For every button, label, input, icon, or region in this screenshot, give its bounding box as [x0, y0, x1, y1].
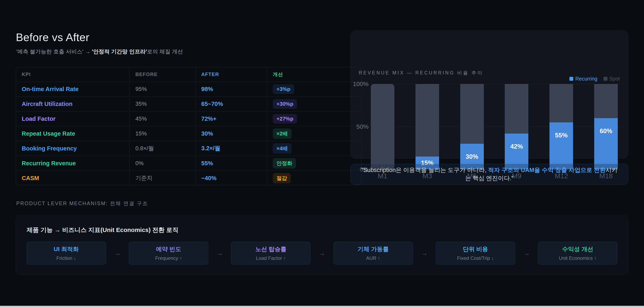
- subtitle-prefix: '예측 불가능한 호출 서비스' →: [16, 48, 92, 55]
- bar-spot-segment: [550, 84, 573, 122]
- mechanism-step: 예약 빈도Frequency ↑: [129, 242, 208, 264]
- bar-group: 55%: [539, 84, 584, 169]
- table-row-before-cell: 기준치: [130, 170, 195, 185]
- table-row-before-cell: 45%: [130, 111, 195, 126]
- quote-text: "Subscription은 이용객을 늘리는 도구가 아니라, 적자 구조의 …: [359, 166, 620, 182]
- mechanism-title: 제품 기능 → 비즈니스 지표(Unit Economics) 전환 로직: [27, 226, 178, 234]
- chart-legend: Recurring Spot: [570, 76, 620, 82]
- kpi-name: Recurring Revenue: [22, 160, 76, 167]
- table-row-before-cell: 0%: [130, 156, 195, 170]
- table-row-kpi-cell: CASM: [16, 170, 130, 185]
- legend-label-recurring: Recurring: [575, 76, 597, 82]
- bar-group: 42%: [494, 84, 539, 169]
- chart-title: REVENUE MIX — RECURRING 비율 추이: [359, 70, 483, 76]
- subtitle-strong: '안정적 기간망 인프라': [92, 48, 147, 55]
- page-subtitle: '예측 불가능한 호출 서비스' → '안정적 기간망 인프라'로의 체질 개선: [16, 48, 183, 55]
- before-value: 45%: [136, 116, 147, 122]
- kpi-name: Booking Frequency: [22, 145, 77, 152]
- step-title: 노선 탑승률: [255, 245, 286, 253]
- step-title: UI 최적화: [54, 245, 79, 253]
- step-subtitle: Unit Economics ↑: [559, 255, 596, 261]
- step-title: 수익성 개선: [562, 245, 593, 253]
- step-subtitle: AUR ↑: [366, 255, 380, 261]
- kpi-name: Aircraft Utilization: [22, 101, 72, 107]
- after-value: 72%+: [201, 116, 216, 122]
- step-subtitle: Load Factor ↑: [256, 255, 286, 261]
- before-value: 15%: [136, 130, 147, 137]
- table-row-after-cell: 55%: [195, 156, 267, 170]
- table-row-improve-cell: +27%p: [267, 111, 361, 126]
- before-value: 95%: [136, 86, 147, 92]
- legend-label-spot: Spot: [610, 76, 620, 82]
- table-row-before-cell: 15%: [130, 126, 195, 141]
- table-row-after-cell: −40%: [195, 170, 267, 185]
- improvement-badge: +30%p: [273, 99, 297, 109]
- table-header-improve: 개선: [267, 67, 361, 82]
- bar-spot-segment: [416, 84, 439, 156]
- flow-arrow-icon: →: [515, 250, 538, 257]
- bar-recurring-segment: 60%: [594, 118, 618, 169]
- step-title: 기체 가동률: [358, 245, 389, 253]
- after-value: −40%: [201, 175, 216, 182]
- table-row-after-cell: 3.2×/월: [195, 141, 267, 156]
- kpi-name: Load Factor: [22, 116, 56, 122]
- table-row-kpi-cell: Booking Frequency: [16, 141, 130, 156]
- flow-arrow-icon: →: [310, 250, 334, 257]
- before-value: 0%: [136, 160, 144, 166]
- quote-prefix: "Subscription은 이용객을 늘리는 도구가 아니라,: [361, 167, 488, 173]
- step-subtitle: Fixed Cost/Trip ↓: [457, 255, 494, 261]
- after-value: 55%: [201, 160, 213, 167]
- table-row-after-cell: 30%: [195, 126, 267, 141]
- mechanism-panel: 제품 기능 → 비즈니스 지표(Unit Economics) 전환 로직 UI…: [16, 216, 628, 275]
- bar-recurring-segment: 55%: [550, 122, 573, 169]
- flow-arrow-icon: →: [413, 250, 436, 257]
- table-row-improve-cell: ×4배: [267, 141, 361, 156]
- mechanism-flow: UI 최적화Friction ↓→예약 빈도Frequency ↑→노선 탑승률…: [27, 242, 617, 264]
- bar-spot-segment: [505, 84, 528, 134]
- after-value: 65~70%: [201, 101, 223, 107]
- stacked-bar: [371, 84, 394, 169]
- after-value: 3.2×/월: [201, 144, 220, 152]
- table-row-improve-cell: ×2배: [267, 126, 361, 141]
- improvement-badge: +3%p: [273, 84, 294, 94]
- step-title: 단위 비용: [463, 245, 488, 253]
- improvement-badge: 안정화: [273, 158, 296, 168]
- bar-group: [360, 84, 405, 169]
- mechanism-step: 수익성 개선Unit Economics ↑: [538, 242, 617, 264]
- table-row-kpi-cell: Load Factor: [16, 111, 130, 126]
- after-value: 98%: [201, 86, 213, 92]
- bar-group: 15%: [405, 84, 450, 169]
- mechanism-step: UI 최적화Friction ↓: [27, 242, 106, 264]
- step-title: 예약 빈도: [156, 245, 181, 253]
- table-row-kpi-cell: Repeat Usage Rate: [16, 126, 130, 141]
- table-header-kpi: KPI: [16, 67, 130, 82]
- revenue-mix-card: REVENUE MIX — RECURRING 비율 추이 Recurring …: [350, 30, 628, 158]
- kpi-name: On-time Arrival Rate: [22, 86, 78, 92]
- stacked-bar: 30%: [460, 84, 484, 169]
- table-row-improve-cell: +30%p: [267, 96, 361, 111]
- page-title: Before vs After: [16, 31, 90, 44]
- table-header-after: AFTER: [195, 67, 267, 82]
- table-row-improve-cell: 안정화: [267, 156, 361, 170]
- mechanism-step: 단위 비용Fixed Cost/Trip ↓: [436, 242, 515, 264]
- legend-item-spot: Spot: [604, 76, 620, 82]
- legend-item-recurring: Recurring: [570, 76, 597, 82]
- bar-value-label: 60%: [594, 128, 618, 135]
- stacked-bar: 15%: [416, 84, 439, 169]
- table-row-after-cell: 98%: [195, 82, 267, 96]
- table-row-before-cell: 95%: [130, 82, 195, 96]
- bar-value-label: 55%: [550, 132, 573, 139]
- table-row-after-cell: 72%+: [195, 111, 267, 126]
- subtitle-suffix: 로의 체질 개선: [147, 48, 183, 55]
- quote-strong: 적자 구조의 UAM을 수익 창출 사업으로 전환: [488, 167, 606, 173]
- improvement-badge: +27%p: [273, 114, 297, 124]
- after-value: 30%: [201, 130, 213, 137]
- kpi-name: CASM: [22, 175, 39, 182]
- improvement-badge: ×4배: [273, 143, 292, 154]
- stacked-bar: 60%: [594, 84, 618, 169]
- stacked-bar: 42%: [505, 84, 528, 169]
- stacked-bar: 55%: [550, 84, 573, 169]
- mechanism-heading: PRODUCT LEVER MECHANISM: 전체 연결 구조: [16, 200, 148, 207]
- bar-group: 30%: [450, 84, 494, 169]
- bar-spot-segment: [371, 84, 394, 169]
